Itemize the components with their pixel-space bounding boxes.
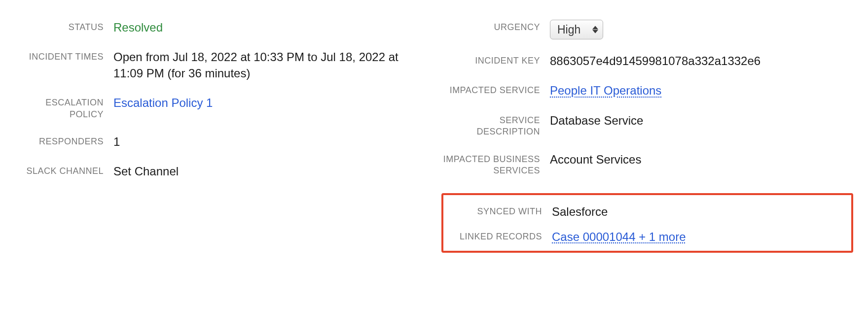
incident-key-row: INCIDENT KEY 8863057e4d91459981078a332a1… bbox=[441, 53, 853, 69]
escalation-policy-label: ESCALATION POLICY bbox=[15, 95, 113, 120]
impacted-business-services-row: IMPACTED BUSINESS SERVICES Account Servi… bbox=[441, 152, 853, 177]
urgency-select[interactable]: High bbox=[550, 20, 603, 39]
synced-with-row: SYNCED WITH Salesforce bbox=[443, 204, 846, 220]
incident-times-value: Open from Jul 18, 2022 at 10:33 PM to Ju… bbox=[113, 49, 427, 81]
service-description-label: SERVICE DESCRIPTION bbox=[441, 113, 550, 138]
responders-value: 1 bbox=[113, 134, 427, 150]
set-channel-action[interactable]: Set Channel bbox=[113, 165, 179, 178]
synced-highlight-box: SYNCED WITH Salesforce LINKED RECORDS Ca… bbox=[441, 193, 853, 253]
slack-channel-row: SLACK CHANNEL Set Channel bbox=[15, 164, 427, 179]
service-description-row: SERVICE DESCRIPTION Database Service bbox=[441, 113, 853, 138]
status-label: STATUS bbox=[15, 20, 113, 33]
impacted-service-row: IMPACTED SERVICE People IT Operations bbox=[441, 83, 853, 99]
left-column: STATUS Resolved INCIDENT TIMES Open from… bbox=[15, 20, 427, 253]
synced-with-value: Salesforce bbox=[552, 204, 846, 220]
escalation-policy-row: ESCALATION POLICY Escalation Policy 1 bbox=[15, 95, 427, 120]
impacted-business-services-label: IMPACTED BUSINESS SERVICES bbox=[441, 152, 550, 177]
slack-channel-label: SLACK CHANNEL bbox=[15, 164, 113, 177]
linked-records-label: LINKED RECORDS bbox=[443, 229, 552, 242]
urgency-row: URGENCY High bbox=[441, 20, 853, 39]
details-panel: STATUS Resolved INCIDENT TIMES Open from… bbox=[15, 20, 853, 253]
escalation-policy-link[interactable]: Escalation Policy 1 bbox=[113, 96, 213, 109]
service-description-value: Database Service bbox=[550, 113, 853, 129]
synced-with-label: SYNCED WITH bbox=[443, 204, 552, 217]
incident-times-label: INCIDENT TIMES bbox=[15, 49, 113, 63]
responders-label: RESPONDERS bbox=[15, 134, 113, 147]
status-row: STATUS Resolved bbox=[15, 20, 427, 35]
incident-times-row: INCIDENT TIMES Open from Jul 18, 2022 at… bbox=[15, 49, 427, 81]
incident-key-label: INCIDENT KEY bbox=[441, 53, 550, 67]
status-value: Resolved bbox=[113, 20, 427, 35]
urgency-label: URGENCY bbox=[441, 20, 550, 33]
linked-records-row: LINKED RECORDS Case 00001044 + 1 more bbox=[443, 229, 846, 245]
right-column: URGENCY High INCIDENT KEY 8863057e4d9145… bbox=[441, 20, 853, 253]
urgency-select-wrap: High bbox=[550, 20, 603, 39]
linked-records-link[interactable]: Case 00001044 + 1 more bbox=[552, 230, 686, 243]
impacted-service-link[interactable]: People IT Operations bbox=[550, 84, 661, 97]
impacted-service-label: IMPACTED SERVICE bbox=[441, 83, 550, 96]
incident-key-value: 8863057e4d91459981078a332a1332e6 bbox=[550, 53, 853, 69]
responders-row: RESPONDERS 1 bbox=[15, 134, 427, 150]
impacted-business-services-value: Account Services bbox=[550, 152, 853, 168]
